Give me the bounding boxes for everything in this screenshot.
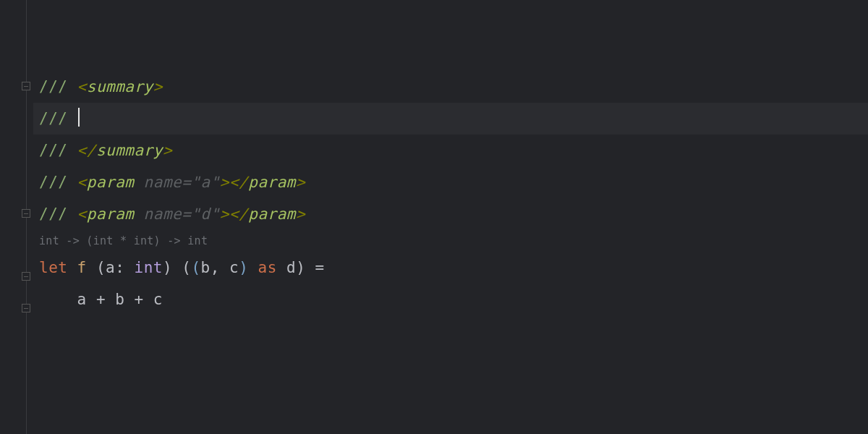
xml-quote: " bbox=[191, 205, 200, 223]
xml-close: > bbox=[220, 205, 229, 223]
lparen-inner: ( bbox=[191, 259, 200, 276]
code-editor[interactable]: /// <summary> /// /// </summary> /// <pa… bbox=[0, 0, 868, 434]
rparen: ) bbox=[296, 259, 305, 276]
indent bbox=[39, 291, 77, 308]
inlay-hint: int -> (int * int) -> int bbox=[33, 230, 868, 252]
colon: : bbox=[115, 259, 124, 276]
xml-tag: param bbox=[248, 205, 296, 223]
xml-slash: / bbox=[239, 205, 248, 223]
code-line[interactable]: /// <param name="a"></param> bbox=[33, 166, 868, 198]
xml-tag: summary bbox=[96, 142, 163, 159]
space bbox=[67, 110, 77, 127]
xml-close: > bbox=[220, 174, 229, 191]
xml-tag: summary bbox=[87, 78, 153, 95]
lparen: ( bbox=[182, 259, 191, 276]
xml-attr-value: a bbox=[200, 174, 210, 191]
xml-attr-value: d bbox=[200, 205, 210, 223]
xml-slash: / bbox=[239, 174, 248, 191]
space bbox=[67, 142, 77, 159]
function-name: f bbox=[77, 259, 87, 276]
lparen: ( bbox=[96, 259, 106, 276]
xml-open: < bbox=[77, 78, 87, 95]
equals: = bbox=[315, 259, 324, 276]
xml-tag: param bbox=[87, 205, 135, 223]
doc-slash: /// bbox=[39, 174, 67, 191]
param-c: c bbox=[229, 259, 239, 276]
fold-handle-icon[interactable] bbox=[22, 304, 30, 312]
xml-open: < bbox=[77, 174, 87, 191]
xml-tag: param bbox=[87, 174, 135, 191]
rparen: ) bbox=[163, 259, 172, 276]
fold-handle-icon[interactable] bbox=[22, 82, 30, 90]
space bbox=[67, 205, 77, 223]
param-b: b bbox=[201, 259, 210, 276]
xml-attr-name: name= bbox=[134, 174, 191, 191]
xml-quote: " bbox=[210, 174, 220, 191]
xml-open: < bbox=[77, 142, 87, 159]
xml-close: > bbox=[296, 205, 305, 223]
xml-quote: " bbox=[191, 174, 200, 191]
id-b: b bbox=[115, 291, 124, 308]
id-c: c bbox=[153, 291, 163, 308]
xml-tag: param bbox=[248, 174, 296, 191]
code-line[interactable]: /// </summary> bbox=[33, 135, 868, 166]
xml-close: > bbox=[153, 78, 163, 95]
gutter bbox=[0, 0, 33, 434]
rparen-inner: ) bbox=[239, 259, 248, 276]
plus: + bbox=[96, 291, 106, 308]
code-line[interactable]: /// <summary> bbox=[33, 71, 868, 103]
keyword-let: let bbox=[39, 259, 67, 276]
xml-open: < bbox=[229, 174, 239, 191]
fold-handle-icon[interactable] bbox=[22, 272, 30, 281]
blank-space bbox=[33, 0, 868, 71]
code-line-current[interactable]: /// bbox=[33, 103, 868, 135]
code-line[interactable]: a + b + c bbox=[33, 284, 868, 315]
xml-close: > bbox=[296, 174, 305, 191]
space bbox=[67, 78, 77, 95]
param-a: a bbox=[106, 259, 115, 276]
fold-handle-icon[interactable] bbox=[22, 209, 30, 218]
id-a: a bbox=[77, 291, 87, 308]
keyword-as: as bbox=[258, 259, 277, 276]
code-line[interactable]: /// <param name="d"></param> bbox=[33, 198, 868, 230]
param-d: d bbox=[286, 259, 296, 276]
doc-slash: /// bbox=[39, 142, 67, 159]
xml-open: < bbox=[229, 205, 239, 223]
xml-attr-name: name= bbox=[134, 205, 191, 223]
type-int: int bbox=[135, 259, 163, 276]
space bbox=[67, 174, 77, 191]
doc-slash: /// bbox=[39, 205, 67, 223]
xml-slash: / bbox=[87, 142, 96, 159]
xml-quote: " bbox=[210, 205, 220, 223]
doc-slash: /// bbox=[39, 78, 67, 95]
code-area[interactable]: /// <summary> /// /// </summary> /// <pa… bbox=[33, 0, 868, 434]
doc-slash: /// bbox=[39, 110, 67, 127]
text-caret-icon bbox=[78, 108, 80, 127]
xml-open: < bbox=[77, 205, 87, 223]
xml-close: > bbox=[163, 142, 172, 159]
comma: , bbox=[210, 259, 220, 276]
code-line[interactable]: let f (a: int) ((b, c) as d) = bbox=[33, 252, 868, 284]
plus: + bbox=[135, 291, 144, 308]
